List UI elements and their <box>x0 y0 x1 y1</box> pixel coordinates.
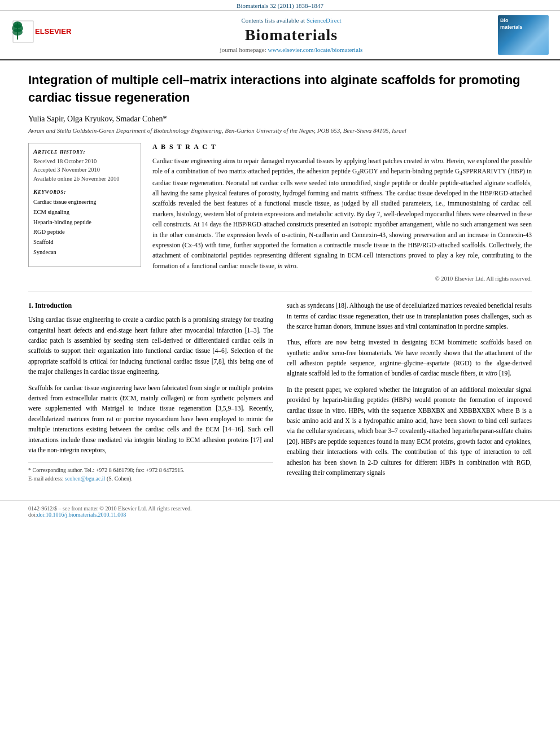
body-col-right: such as syndecans [18]. Although the use… <box>287 300 532 483</box>
elsevier-text: ELSEVIER <box>35 27 72 36</box>
elsevier-logo: ELSEVIER <box>11 18 79 52</box>
article-info-abstract-section: Article history: Received 18 October 201… <box>28 143 532 282</box>
body-right-p2: Thus, efforts are now being invested in … <box>287 337 532 379</box>
abstract-label: A B S T R A C T <box>152 143 532 151</box>
keyword-2: ECM signaling <box>33 207 136 217</box>
main-content: Integration of multiple cell–matrix inte… <box>0 60 560 495</box>
biomaterials-badge: Bio materials <box>498 15 549 55</box>
email-link[interactable]: scohen@bgu.ac.il <box>65 475 105 482</box>
badge-text: Bio materials <box>500 18 523 30</box>
divider <box>28 291 532 291</box>
header-center: Contents lists available at ScienceDirec… <box>85 17 498 53</box>
article-info-box: Article history: Received 18 October 201… <box>28 143 141 267</box>
tree-icon <box>12 21 33 42</box>
keywords-label: Keywords: <box>33 188 136 195</box>
svg-point-3 <box>12 29 23 36</box>
citation-text: Biomaterials 32 (2011) 1838–1847 <box>237 2 323 9</box>
intro-heading: 1. Introduction <box>28 300 273 311</box>
received-date: Received 18 October 2010 <box>33 157 136 166</box>
sciencedirect-link[interactable]: ScienceDirect <box>307 17 342 24</box>
journal-homepage: journal homepage: www.elsevier.com/locat… <box>85 46 498 53</box>
journal-header: ELSEVIER Contents lists available at Sci… <box>0 11 560 60</box>
abstract-column: A B S T R A C T Cardiac tissue engineeri… <box>152 143 532 282</box>
keywords-section: Keywords: Cardiac tissue engineering ECM… <box>33 188 136 257</box>
header-badge-area: Bio materials <box>498 15 554 55</box>
body-section: 1. Introduction Using cardiac tissue eng… <box>28 300 532 483</box>
bottom-bar: 0142-9612/$ – see front matter © 2010 El… <box>0 500 560 522</box>
history-label: Article history: <box>33 148 136 155</box>
sciencedirect-line: Contents lists available at ScienceDirec… <box>85 17 498 24</box>
corresponding-note: * Corresponding author. Tel.: +972 8 646… <box>28 466 273 474</box>
email-note: E-mail address: scohen@bgu.ac.il (S. Coh… <box>28 474 273 483</box>
body-right-p3: In the present paper, we explored whethe… <box>287 385 532 478</box>
homepage-url[interactable]: www.elsevier.com/locate/biomaterials <box>268 46 363 53</box>
doi-line: doi:doi:10.1016/j.biomaterials.2010.11.0… <box>28 512 532 518</box>
article-info-column: Article history: Received 18 October 201… <box>28 143 141 282</box>
keyword-4: RGD peptide <box>33 227 136 237</box>
article-title: Integration of multiple cell–matrix inte… <box>28 72 532 107</box>
keyword-3: Heparin-binding peptide <box>33 217 136 228</box>
body-col-left: 1. Introduction Using cardiac tissue eng… <box>28 300 273 483</box>
article-history-section: Article history: Received 18 October 201… <box>33 148 136 184</box>
citation-bar: Biomaterials 32 (2011) 1838–1847 <box>0 0 560 11</box>
footer-note: * Corresponding author. Tel.: +972 8 646… <box>28 462 273 483</box>
copyright-line: © 2010 Elsevier Ltd. All rights reserved… <box>152 276 532 282</box>
intro-p1: Using cardiac tissue engineering to crea… <box>28 314 273 377</box>
available-date: Available online 26 November 2010 <box>33 174 136 184</box>
affiliation: Avram and Stella Goldstein-Goren Departm… <box>28 127 532 134</box>
keywords-list: Cardiac tissue engineering ECM signaling… <box>33 197 136 257</box>
authors-line: Yulia Sapir, Olga Kryukov, Smadar Cohen* <box>28 115 532 124</box>
doi-link[interactable]: doi:10.1016/j.biomaterials.2010.11.008 <box>37 512 126 518</box>
body-right-p1: such as syndecans [18]. Although the use… <box>287 300 532 331</box>
abstract-text: Cardiac tissue engineering aims to repai… <box>152 156 532 272</box>
header-logo-area: ELSEVIER <box>6 18 85 52</box>
accepted-date: Accepted 3 November 2010 <box>33 165 136 174</box>
authors-text: Yulia Sapir, Olga Kryukov, Smadar Cohen* <box>28 115 167 123</box>
intro-p2: Scaffolds for cardiac tissue engineering… <box>28 383 273 456</box>
issn-line: 0142-9612/$ – see front matter © 2010 El… <box>28 505 532 512</box>
keyword-5: Scaffold <box>33 237 136 247</box>
keyword-6: Syndecan <box>33 247 136 257</box>
keyword-1: Cardiac tissue engineering <box>33 197 136 207</box>
journal-title: Biomaterials <box>85 26 498 44</box>
